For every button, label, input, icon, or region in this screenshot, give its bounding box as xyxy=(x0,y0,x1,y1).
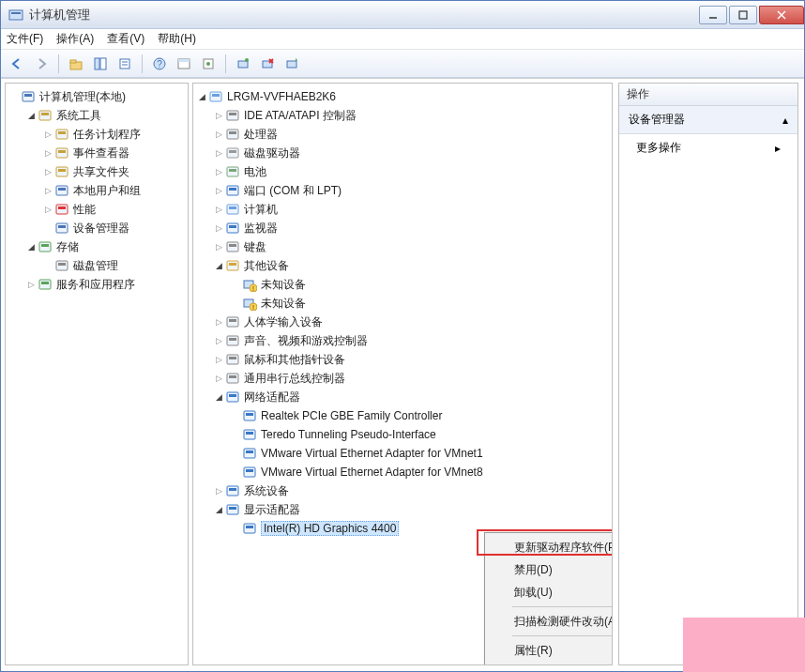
context-menu[interactable]: 更新驱动程序软件(P)...禁用(D)卸载(U)扫描检测硬件改动(A)属性(R) xyxy=(484,532,613,665)
menu-view[interactable]: 查看(V) xyxy=(107,31,144,47)
tree-twisty[interactable]: ▷ xyxy=(41,203,54,216)
tree-row[interactable]: Teredo Tunneling Pseudo-Interface xyxy=(195,425,610,444)
tree-twisty[interactable]: ◢ xyxy=(212,503,225,516)
console-tree[interactable]: 计算机管理(本地)◢系统工具▷任务计划程序▷事件查看器▷共享文件夹▷本地用户和组… xyxy=(6,84,188,298)
tree-twisty[interactable]: ▷ xyxy=(41,184,54,197)
content-area: 计算机管理(本地)◢系统工具▷任务计划程序▷事件查看器▷共享文件夹▷本地用户和组… xyxy=(1,78,804,671)
menu-action[interactable]: 操作(A) xyxy=(56,31,94,47)
tree-label: 电池 xyxy=(244,164,266,180)
tree-row[interactable]: ▷通用串行总线控制器 xyxy=(195,369,610,388)
tree-twisty[interactable]: ▷ xyxy=(212,146,225,160)
tree-row[interactable]: ▷事件查看器 xyxy=(8,144,186,162)
tree-twisty[interactable]: ▷ xyxy=(212,128,225,141)
tree-row[interactable]: 设备管理器 xyxy=(8,219,186,237)
properties-icon[interactable] xyxy=(114,53,135,74)
tree-row[interactable]: ◢显示适配器 xyxy=(195,500,610,519)
context-menu-item[interactable]: 卸载(U) xyxy=(488,581,613,603)
tree-twisty[interactable]: ▷ xyxy=(212,203,225,216)
tree-twisty[interactable]: ▷ xyxy=(212,165,225,178)
actions-section[interactable]: 设备管理器 ▴ xyxy=(619,106,797,134)
tree-twisty[interactable]: ▷ xyxy=(212,372,225,385)
tree-row[interactable]: ▷人体学输入设备 xyxy=(195,313,610,331)
help-button[interactable]: ? xyxy=(149,53,170,74)
tree-twisty[interactable]: ▷ xyxy=(212,315,225,328)
tree-twisty[interactable]: ▷ xyxy=(212,109,225,122)
window-frame: 计算机管理 文件(F) 操作(A) 查看(V) 帮助(H) ? 计算机管理(本地… xyxy=(0,0,805,672)
tree-twisty[interactable]: ◢ xyxy=(212,390,225,404)
tree-row[interactable]: ▷处理器 xyxy=(195,125,610,144)
tree-twisty[interactable]: ▷ xyxy=(212,184,225,197)
tree-label: 声音、视频和游戏控制器 xyxy=(244,333,368,349)
tree-label: 性能 xyxy=(73,202,96,218)
update-driver-button[interactable] xyxy=(281,53,302,74)
uninstall-button[interactable] xyxy=(257,53,278,74)
svg-rect-30 xyxy=(58,131,66,134)
device-tree[interactable]: ◢LRGM-VVFHAEB2K6▷IDE ATA/ATAPI 控制器▷处理器▷磁… xyxy=(193,84,612,542)
tree-row[interactable]: ◢其他设备 xyxy=(195,256,610,275)
tree-twisty[interactable]: ▷ xyxy=(41,165,54,178)
tree-row[interactable]: ◢存储 xyxy=(8,237,186,256)
tree-row[interactable]: ▷系统设备 xyxy=(195,481,610,500)
tree-twisty[interactable]: ▷ xyxy=(41,146,54,160)
toolbar-icon[interactable] xyxy=(198,53,219,74)
tree-twisty[interactable]: ▷ xyxy=(212,484,225,497)
tree-twisty[interactable]: ▷ xyxy=(41,128,54,141)
titlebar[interactable]: 计算机管理 xyxy=(1,1,804,29)
tree-row[interactable]: ▷鼠标和其他指针设备 xyxy=(195,350,610,369)
tree-row[interactable]: VMware Virtual Ethernet Adapter for VMne… xyxy=(195,444,610,463)
tree-row[interactable]: ▷键盘 xyxy=(195,237,610,256)
tree-row[interactable]: ▷IDE ATA/ATAPI 控制器 xyxy=(195,106,610,125)
tree-row[interactable]: ▷性能 xyxy=(8,200,186,219)
left-pane[interactable]: 计算机管理(本地)◢系统工具▷任务计划程序▷事件查看器▷共享文件夹▷本地用户和组… xyxy=(5,83,189,665)
menu-help[interactable]: 帮助(H) xyxy=(158,31,196,47)
tree-row[interactable]: ◢网络适配器 xyxy=(195,388,610,406)
context-menu-item[interactable]: 属性(R) xyxy=(488,639,613,662)
tree-twisty[interactable]: ◢ xyxy=(24,109,38,122)
tree-row[interactable]: !未知设备 xyxy=(195,294,610,313)
toolbar-icon[interactable] xyxy=(174,53,194,74)
tree-twisty[interactable]: ▷ xyxy=(24,278,38,291)
middle-pane[interactable]: ◢LRGM-VVFHAEB2K6▷IDE ATA/ATAPI 控制器▷处理器▷磁… xyxy=(192,83,613,665)
scan-hardware-button[interactable] xyxy=(233,53,253,74)
tree-row[interactable]: ▷任务计划程序 xyxy=(8,125,186,144)
tree-row[interactable]: ▷共享文件夹 xyxy=(8,162,186,181)
tree-twisty[interactable]: ◢ xyxy=(212,259,225,272)
tree-twisty[interactable]: ▷ xyxy=(212,353,225,366)
svg-rect-50 xyxy=(229,113,236,115)
tree-twisty[interactable]: ▷ xyxy=(212,221,225,235)
maximize-button[interactable] xyxy=(729,6,757,24)
show-hide-tree-button[interactable] xyxy=(90,53,111,74)
back-button[interactable] xyxy=(7,53,27,74)
close-button[interactable] xyxy=(759,6,804,24)
tree-row[interactable]: ▷监视器 xyxy=(195,219,610,237)
more-actions-item[interactable]: 更多操作 ▸ xyxy=(619,134,797,161)
collapse-icon[interactable]: ▴ xyxy=(782,114,788,127)
context-menu-item[interactable]: 禁用(D) xyxy=(488,558,613,581)
tree-row[interactable]: VMware Virtual Ethernet Adapter for VMne… xyxy=(195,463,610,481)
tree-row[interactable]: ▷服务和应用程序 xyxy=(8,275,186,294)
menu-file[interactable]: 文件(F) xyxy=(7,31,43,47)
context-menu-item[interactable]: 扫描检测硬件改动(A) xyxy=(488,610,613,633)
tree-row[interactable]: ▷本地用户和组 xyxy=(8,181,186,200)
forward-button[interactable] xyxy=(31,53,52,74)
tree-row[interactable]: 磁盘管理 xyxy=(8,256,186,275)
tree-row[interactable]: ▷声音、视频和游戏控制器 xyxy=(195,331,610,350)
tree-row[interactable]: ◢LRGM-VVFHAEB2K6 xyxy=(195,87,610,106)
tree-twisty[interactable]: ◢ xyxy=(195,90,208,103)
tree-row[interactable]: ▷磁盘驱动器 xyxy=(195,144,610,162)
tree-twisty[interactable]: ▷ xyxy=(212,334,225,347)
tree-row[interactable]: ▷端口 (COM 和 LPT) xyxy=(195,181,610,200)
actions-section-label: 设备管理器 xyxy=(629,112,685,128)
tree-twisty[interactable]: ◢ xyxy=(24,240,38,253)
tree-row[interactable]: Realtek PCIe GBE Family Controller xyxy=(195,406,610,425)
context-menu-item[interactable]: 更新驱动程序软件(P)... xyxy=(488,536,613,558)
tree-row[interactable]: !未知设备 xyxy=(195,275,610,294)
tree-row[interactable]: ▷计算机 xyxy=(195,200,610,219)
svg-point-18 xyxy=(206,62,210,66)
tree-row[interactable]: ◢系统工具 xyxy=(8,106,186,125)
tree-twisty[interactable]: ▷ xyxy=(212,240,225,253)
minimize-button[interactable] xyxy=(699,6,727,24)
up-icon[interactable] xyxy=(66,53,86,74)
tree-row[interactable]: 计算机管理(本地) xyxy=(8,87,186,106)
tree-row[interactable]: ▷电池 xyxy=(195,162,610,181)
